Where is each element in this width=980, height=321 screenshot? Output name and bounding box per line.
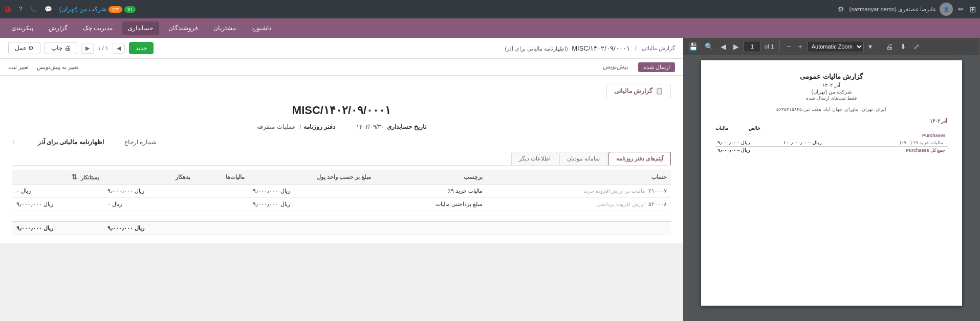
pdf-report-title: گزارش مالیات عمومی xyxy=(715,73,948,80)
menu-report[interactable]: گزارش xyxy=(42,21,74,35)
messages-icon[interactable]: 💬 xyxy=(45,6,52,13)
journal-tbody: ۲۱۰۰۰۷ مالیات بر ارزش افزوده خرید مالیات… xyxy=(12,185,671,221)
header-actions: جدید ◀ ۱ / ۱ ▶ 🖨 چاپ ⚙ عمل xyxy=(8,42,154,54)
main-layout: 💾 🔍 ◀ ▶ of 1 − + Automatic Zoom ▾ 🖨 ⬇ ⤢ … xyxy=(0,38,980,321)
pdf-print-btn[interactable]: 🖨 xyxy=(883,41,896,52)
pdf-page: گزارش مالیات عمومی آذر ۱۴۰۲ شرکت من (تهر… xyxy=(701,60,962,306)
journal-empty-row xyxy=(12,211,671,221)
pdf-period-label: آذر ۱۴۰۲ xyxy=(715,118,948,124)
header-right: گزارش مالیاتی / MISC/۱۴۰۲/۰۹/۰۰۰۱ (اظهار… xyxy=(505,44,675,52)
menu-check[interactable]: مدیریت چک xyxy=(77,21,119,35)
row2-credit: ریال ۹٫۰۰۰٫۰۰۰ xyxy=(12,198,103,211)
row1-label: مالیات خرید ٩٪ xyxy=(375,185,487,198)
menu-customers[interactable]: مشتریان xyxy=(207,21,242,35)
breadcrumb-parent[interactable]: گزارش مالیاتی xyxy=(642,45,675,52)
journal-value: عملیات متفرقه xyxy=(257,123,295,130)
top-nav: ⊞ ✏ 👤 علیرضا غضنفری (sazmanyar-demo) ⚙ ٧… xyxy=(0,0,980,18)
company-badge-orange: ٣٣٪ xyxy=(108,6,122,13)
nav-prev-btn[interactable]: ◀ xyxy=(113,43,125,54)
ref-value: اظهارنامه مالیاتی برای آذر xyxy=(38,139,104,146)
accounting-date-label: تاریخ حسابداری xyxy=(387,123,426,130)
pdf-purchases-label: Purchases xyxy=(715,132,948,139)
pdf-table-section: آذر ۱۴۰۲ خالص مالیات Purchases مالیات خر… xyxy=(715,118,948,154)
pdf-expand-btn[interactable]: ⤢ xyxy=(911,41,922,52)
print-btn[interactable]: 🖨 چاپ xyxy=(45,42,77,54)
pdf-prev-btn[interactable]: ◀ xyxy=(718,41,729,52)
pdf-note: فقط ثبت‌های ارسال شده xyxy=(715,96,948,101)
status-badge-sent[interactable]: ارسال شده xyxy=(638,62,675,72)
pdf-search-btn[interactable]: 🔍 xyxy=(702,41,716,52)
pdf-zoom-select[interactable]: Automatic Zoom xyxy=(807,41,864,52)
pdf-zoom-dropdown-btn[interactable]: ▾ xyxy=(866,41,875,52)
home-icon[interactable]: ⊞ xyxy=(969,5,976,14)
pdf-zoom-in-btn[interactable]: + xyxy=(796,41,805,52)
work-btn[interactable]: ⚙ عمل xyxy=(8,42,40,54)
report-tab-label: گزارش مالیاتی xyxy=(614,87,652,95)
journal-row-2: ۵۲۰۰۰۸ ارزش افزوده پرداختنی مبلغ پرداختن… xyxy=(12,198,671,211)
record-area: 📋 گزارش مالیاتی MISC/۱۴۰۲/۰۹/۰۰۰۱ تاریخ … xyxy=(0,76,683,243)
row2-account: ۵۲۰۰۰۸ ارزش افزوده پرداختنی xyxy=(487,198,671,211)
nav-next-btn[interactable]: ▶ xyxy=(81,43,94,54)
row2-amount: ریال ۹٫۰۰۰٫۰۰۰ xyxy=(249,198,375,211)
filter-icon[interactable]: ⇅ xyxy=(71,173,77,181)
nav-pager: ۱ / ۱ xyxy=(98,45,108,52)
debug-icon[interactable]: 🐞 xyxy=(4,6,12,13)
avatar: 👤 xyxy=(940,3,953,16)
footer-credit-total: ریال ۹٫۰۰۰٫۰۰۰ xyxy=(12,221,103,235)
change-to-draft-link[interactable]: تغییر به پیش‌نویس xyxy=(37,64,78,71)
inner-tab-journal[interactable]: آیتم‌های دفتر روزنامه xyxy=(608,152,671,165)
pdf-save-btn[interactable]: 💾 xyxy=(686,41,700,52)
pdf-next-btn[interactable]: ▶ xyxy=(731,41,742,52)
settings-icon[interactable]: ⚙ xyxy=(838,5,844,13)
pdf-address: ایران، تهران، نیاوران، جهان آباد، هفت تی… xyxy=(715,107,948,112)
pdf-toolbar: 💾 🔍 ◀ ▶ of 1 − + Automatic Zoom ▾ 🖨 ⬇ ⤢ xyxy=(683,38,979,55)
tab-draft[interactable]: پیش‌نویس xyxy=(595,59,636,75)
inner-tab-taxpayers[interactable]: سامانه مودیان xyxy=(559,152,607,165)
tab-report[interactable]: 📋 گزارش مالیاتی xyxy=(606,84,671,98)
breadcrumb-current: MISC/۱۴۰۲/۰۹/۰۰۰۱ (اظهارنامه مالیاتی برا… xyxy=(505,44,629,52)
pdf-total-label: جمع کل Purchases xyxy=(857,147,947,154)
inner-tab-other[interactable]: اطلاعات دیگر xyxy=(511,152,558,165)
col-debit: بدهکار xyxy=(103,170,194,185)
change-register-link[interactable]: تغییر ثبت xyxy=(8,64,29,71)
footer-empty xyxy=(194,221,671,235)
row2-debit: ریال ۰ xyxy=(103,198,194,211)
pdf-table: Purchases مالیات خرید ٦٩ (٩.٠٪) ریال -۱۰… xyxy=(715,132,948,154)
help-icon[interactable]: ? xyxy=(19,6,23,13)
pdf-row1-net: ریال -۱۰۰٫۰۰۰٫۰۰۰ xyxy=(781,139,857,147)
phone-icon[interactable]: 📞 xyxy=(30,6,37,13)
top-nav-left: ⊞ ✏ 👤 علیرضا غضنفری (sazmanyar-demo) ⚙ xyxy=(838,3,976,16)
app-menu: داشبورد مشتریان فروشندگان حسابداری مدیری… xyxy=(0,18,980,38)
menu-accounting[interactable]: حسابداری xyxy=(122,21,159,35)
pdf-zoom-out-btn[interactable]: − xyxy=(784,41,793,52)
journal-thead: حساب برچسب مبلغ بر حسب واحد پول مالیات‌ه… xyxy=(12,170,671,185)
col-label: برچسب xyxy=(375,170,487,185)
pdf-content: گزارش مالیات عمومی آذر ۱۴۰۲ شرکت من (تهر… xyxy=(683,55,979,321)
pdf-page-input[interactable] xyxy=(744,41,761,52)
pdf-col-headers: خالص مالیات xyxy=(715,126,948,131)
ref-info-icon: ↑ xyxy=(12,139,15,146)
company-name[interactable]: ٧١ ٣٣٪ شرکت من (تهران) xyxy=(59,6,136,13)
content-panel: گزارش مالیاتی / MISC/۱۴۰۲/۰۹/۰۰۰۱ (اظهار… xyxy=(0,38,683,321)
edit-icon[interactable]: ✏ xyxy=(958,5,964,13)
menu-vendors[interactable]: فروشندگان xyxy=(162,21,204,35)
record-id: MISC/۱۴۰۲/۰۹/۰۰۰۱ xyxy=(12,104,671,117)
menu-dashboard[interactable]: داشبورد xyxy=(245,21,277,35)
row1-account-link[interactable]: ۲۱۰۰۰۷ مالیات بر ارزش افزوده خرید xyxy=(584,188,667,194)
content-header: گزارش مالیاتی / MISC/۱۴۰۲/۰۹/۰۰۰۱ (اظهار… xyxy=(0,38,683,59)
new-btn[interactable]: جدید xyxy=(129,42,154,54)
record-meta: تاریخ حسابداری ۱۴۰۲/۰۹/۳۰ دفتر روزنامه ↑… xyxy=(12,123,671,130)
pdf-purchases-header: Purchases xyxy=(715,132,948,139)
pdf-download-btn[interactable]: ⬇ xyxy=(898,41,909,52)
pdf-page-of: of 1 xyxy=(765,43,774,50)
row2-account-link[interactable]: ۵۲۰۰۰۸ ارزش افزوده پرداختنی xyxy=(596,201,667,207)
menu-config[interactable]: پیکربندی xyxy=(5,21,39,35)
accounting-date-value: ۱۴۰۲/۰۹/۳۰ xyxy=(356,123,384,130)
row1-account: ۲۱۰۰۰۷ مالیات بر ارزش افزوده خرید xyxy=(487,185,671,198)
journal-label: دفتر روزنامه ↑ xyxy=(299,123,336,130)
pdf-panel: 💾 🔍 ◀ ▶ of 1 − + Automatic Zoom ▾ 🖨 ⬇ ⤢ … xyxy=(683,38,980,321)
journal-header-row: حساب برچسب مبلغ بر حسب واحد پول مالیات‌ه… xyxy=(12,170,671,185)
report-tab-row: 📋 گزارش مالیاتی xyxy=(12,84,671,98)
journal-item: دفتر روزنامه ↑ عملیات متفرقه xyxy=(257,123,335,130)
row1-amount: ریال ۹٫۰۰۰٫۰۰۰ xyxy=(249,185,375,198)
